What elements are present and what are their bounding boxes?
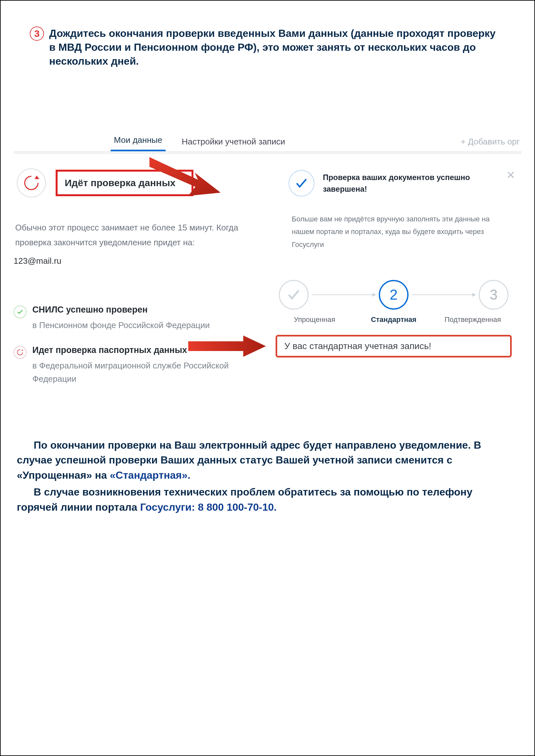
check-passport-sub: в Федеральной миграционной службе Россий… (32, 359, 256, 386)
stepper-labels: Упрощенная Стандартная Подтвержденная (276, 310, 512, 324)
panels: Идёт проверка данных Обычно этот процесс… (14, 154, 521, 399)
checkmark-icon (289, 170, 314, 197)
checking-title-box: Идёт проверка данных (56, 170, 193, 196)
close-icon[interactable]: × (507, 167, 515, 183)
account-level-card: 2 3 Упрощенная Стандартная Подтвержденна… (272, 280, 518, 358)
success-title: Проверка ваших документов успешно заверш… (323, 172, 512, 195)
stepper-step-3: 3 (479, 280, 508, 310)
stepper-step-1 (279, 280, 309, 310)
footer-p2b: Госуслуги: 8 800 100-70-10. (140, 501, 276, 513)
step-text: Дождитесь окончания проверки введенных В… (49, 26, 502, 68)
add-org-link[interactable]: + Добавить орг (461, 137, 521, 151)
footer-text: По окончании проверки на Ваш электронный… (14, 399, 521, 515)
check-success-icon (14, 306, 27, 318)
svg-marker-2 (21, 349, 23, 351)
step-number-badge: 3 (30, 26, 44, 41)
stepper: 2 3 (276, 280, 512, 310)
stepper-step-2: 2 (379, 280, 408, 310)
stepper-arrow-2 (412, 294, 475, 295)
check-passport: Идет проверка паспортных данных в Федера… (14, 345, 256, 386)
left-panel: Идёт проверка данных Обычно этот процесс… (14, 167, 259, 399)
account-status-box: У вас стандартная учетная запись! (276, 335, 512, 358)
checking-description: Обычно этот процесс занимает не более 15… (14, 201, 259, 251)
stepper-arrow-1 (312, 294, 376, 295)
tabs-underline (14, 151, 521, 154)
success-card: × Проверка ваших документов успешно заве… (272, 167, 518, 261)
step-header: 3 Дождитесь окончания проверки введенных… (14, 26, 521, 68)
check-progress-icon (14, 346, 27, 359)
stepper-label-2: Стандартная (355, 315, 433, 324)
tab-account-settings[interactable]: Настройки учетной записи (179, 135, 289, 151)
tab-my-data[interactable]: Мои данные (111, 133, 166, 151)
check-snils-title: СНИЛС успешно проверен (32, 305, 210, 315)
checks-list: СНИЛС успешно проверен в Пенсионном фонд… (14, 266, 259, 386)
page: 3 Дождитесь окончания проверки введенных… (0, 0, 535, 756)
footer-p1b: «Стандартная». (110, 469, 190, 481)
check-passport-title: Идет проверка паспортных данных (32, 345, 256, 355)
stepper-label-1: Упрощенная (276, 315, 353, 324)
left-head: Идёт проверка данных (14, 167, 259, 201)
success-description: Больше вам не придётся вручную заполнять… (276, 197, 512, 251)
notification-email: 123@mail.ru (14, 250, 259, 266)
check-snils-sub: в Пенсионном фонде Российской Федерации (32, 319, 210, 332)
tabs-row: Мои данные Настройки учетной записи + До… (14, 133, 521, 151)
stepper-label-3: Подтвержденная (434, 315, 512, 324)
svg-marker-1 (35, 176, 40, 179)
footer-p1a: По окончании проверки на Ваш электронный… (17, 439, 481, 481)
check-snils: СНИЛС успешно проверен в Пенсионном фонд… (14, 305, 256, 332)
reload-icon (17, 168, 46, 198)
right-column: × Проверка ваших документов успешно заве… (272, 167, 518, 399)
